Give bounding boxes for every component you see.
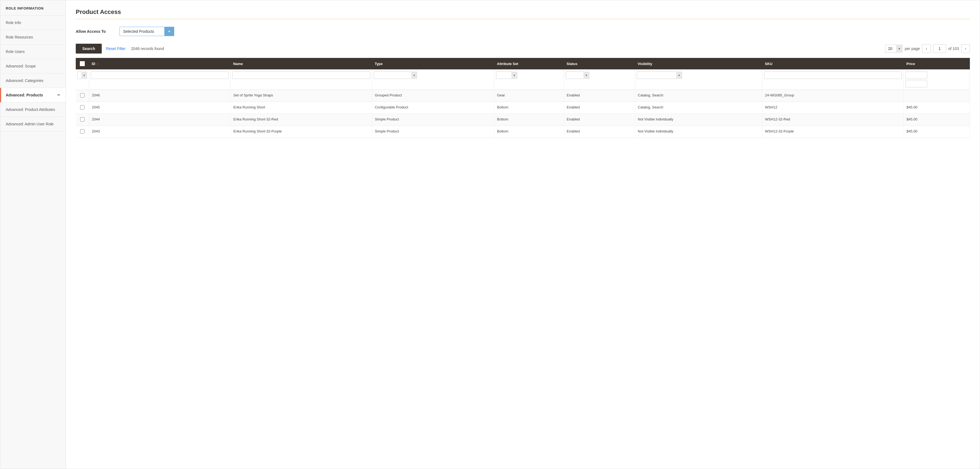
table-row: 2046 Set of Sprite Yoga Straps Grouped P… bbox=[76, 90, 970, 102]
filter-visibility-select-wrapper: Catalog, Search Not Visible Individually… bbox=[637, 71, 682, 79]
reset-filter-button[interactable]: Reset Filter bbox=[106, 46, 126, 51]
row-visibility: Catalog, Search bbox=[635, 90, 762, 102]
filter-id-input[interactable] bbox=[91, 71, 229, 79]
header-sku[interactable]: SKU bbox=[762, 58, 904, 70]
access-select[interactable]: Selected Products All Products bbox=[119, 27, 174, 36]
table-row: 2044 Erika Running Short-32-Red Simple P… bbox=[76, 114, 970, 126]
row-name: Erika Running Short-32-Purple bbox=[231, 126, 372, 138]
sidebar-item-advanced-products[interactable]: Advanced: Products ✏ bbox=[0, 88, 65, 103]
filter-type-select-wrapper: Simple Product Configurable Product Grou… bbox=[374, 71, 417, 79]
filter-status-select[interactable]: Enabled Disabled bbox=[566, 71, 590, 79]
row-checkbox[interactable] bbox=[80, 105, 84, 109]
filter-status-cell: Enabled Disabled ▼ bbox=[564, 70, 635, 90]
header-visibility[interactable]: Visibility bbox=[635, 58, 762, 70]
prev-page-button[interactable]: ‹ bbox=[922, 44, 931, 53]
select-all-checkbox[interactable] bbox=[80, 61, 85, 66]
next-page-button[interactable]: › bbox=[961, 44, 970, 53]
header-type[interactable]: Type bbox=[372, 58, 494, 70]
filter-row: Any Yes No ▼ bbox=[76, 70, 970, 90]
row-name: Set of Sprite Yoga Straps bbox=[231, 90, 372, 102]
filter-sku-input[interactable] bbox=[764, 71, 902, 79]
row-id: 2045 bbox=[89, 102, 231, 114]
header-checkbox-cell bbox=[76, 58, 89, 70]
filter-checkbox-cell: Any Yes No ▼ bbox=[76, 70, 89, 90]
filter-status-select-wrapper: Enabled Disabled ▼ bbox=[566, 71, 590, 79]
edit-icon[interactable]: ✏ bbox=[57, 93, 60, 97]
row-visibility: Catalog, Search bbox=[635, 102, 762, 114]
filter-id-cell bbox=[89, 70, 231, 90]
header-name[interactable]: Name bbox=[231, 58, 372, 70]
row-visibility: Not Visible Individually bbox=[635, 126, 762, 138]
sidebar-title: ROLE INFORMATION bbox=[0, 0, 65, 16]
access-row: Allow Access To Selected Products All Pr… bbox=[76, 27, 970, 36]
header-id[interactable]: ID ↑ bbox=[89, 58, 231, 70]
table-header-row: ID ↑ Name Type Attribute Set Status Visi… bbox=[76, 58, 970, 70]
sidebar-item-label: Role Users bbox=[6, 49, 25, 54]
page-number-input[interactable] bbox=[933, 44, 946, 53]
row-checkbox-cell bbox=[76, 126, 89, 138]
sidebar-item-advanced-categories[interactable]: Advanced: Categories bbox=[0, 73, 65, 88]
row-status: Enabled bbox=[564, 114, 635, 126]
header-attribute-set[interactable]: Attribute Set bbox=[494, 58, 564, 70]
toolbar-row: Search Reset Filter 2046 records found 2… bbox=[76, 44, 970, 54]
filter-type-cell: Simple Product Configurable Product Grou… bbox=[372, 70, 494, 90]
sidebar-item-label: Role Resources bbox=[6, 35, 33, 39]
row-type: Grouped Product bbox=[372, 90, 494, 102]
sidebar-item-role-users[interactable]: Role Users bbox=[0, 44, 65, 59]
pagination-controls: 20 50 100 ▼ per page ‹ of 103 › bbox=[885, 44, 970, 53]
row-id: 2043 bbox=[89, 126, 231, 138]
row-price: $45.00 bbox=[904, 114, 970, 126]
sidebar-item-label: Advanced: Products bbox=[6, 93, 43, 97]
sidebar-item-label: Advanced: Categories bbox=[6, 78, 43, 83]
sidebar-item-role-resources[interactable]: Role Resources bbox=[0, 30, 65, 44]
row-checkbox[interactable] bbox=[80, 93, 84, 98]
header-status[interactable]: Status bbox=[564, 58, 635, 70]
row-price bbox=[904, 90, 970, 102]
row-type: Simple Product bbox=[372, 126, 494, 138]
sidebar-item-label: Advanced: Admin User Role bbox=[6, 122, 54, 126]
per-page-select-wrapper: 20 50 100 ▼ bbox=[885, 44, 903, 53]
filter-type-select[interactable]: Simple Product Configurable Product Grou… bbox=[374, 71, 417, 79]
sidebar-item-advanced-scope[interactable]: Advanced: Scope bbox=[0, 59, 65, 73]
row-attribute-set: Gear bbox=[494, 90, 564, 102]
filter-attribute-set-select-wrapper: Gear Bottom ▼ bbox=[496, 71, 517, 79]
sidebar-item-label: Advanced: Product Attributes bbox=[6, 107, 55, 112]
row-name: Erika Running Short-32-Red bbox=[231, 114, 372, 126]
filter-name-cell bbox=[231, 70, 372, 90]
access-select-wrapper: Selected Products All Products ▼ bbox=[119, 27, 174, 36]
header-price[interactable]: Price bbox=[904, 58, 970, 70]
main-content: Product Access Allow Access To Selected … bbox=[66, 0, 980, 469]
sidebar-item-advanced-product-attributes[interactable]: Advanced: Product Attributes bbox=[0, 103, 65, 117]
filter-visibility-cell: Catalog, Search Not Visible Individually… bbox=[635, 70, 762, 90]
page-of-label: of 103 bbox=[948, 46, 959, 51]
row-attribute-set: Bottom bbox=[494, 102, 564, 114]
row-status: Enabled bbox=[564, 102, 635, 114]
search-button[interactable]: Search bbox=[76, 44, 102, 54]
per-page-label: per page bbox=[905, 46, 920, 51]
filter-price-to-input[interactable]: To bbox=[905, 80, 927, 87]
sidebar-item-label: Advanced: Scope bbox=[6, 64, 36, 68]
filter-checkbox-select-wrapper: Any Yes No ▼ bbox=[77, 71, 87, 79]
filter-attribute-set-select[interactable]: Gear Bottom bbox=[496, 71, 517, 79]
row-sku: WSH12 bbox=[762, 102, 904, 114]
row-checkbox-cell bbox=[76, 102, 89, 114]
row-status: Enabled bbox=[564, 90, 635, 102]
per-page-select[interactable]: 20 50 100 bbox=[885, 44, 903, 53]
row-attribute-set: Bottom bbox=[494, 114, 564, 126]
row-type: Configurable Product bbox=[372, 102, 494, 114]
row-type: Simple Product bbox=[372, 114, 494, 126]
filter-visibility-select[interactable]: Catalog, Search Not Visible Individually bbox=[637, 71, 682, 79]
row-visibility: Not Visible Individually bbox=[635, 114, 762, 126]
sidebar-item-role-info[interactable]: Role Info bbox=[0, 16, 65, 30]
row-id: 2044 bbox=[89, 114, 231, 126]
row-checkbox[interactable] bbox=[80, 117, 84, 122]
row-attribute-set: Bottom bbox=[494, 126, 564, 138]
row-price: $45.00 bbox=[904, 126, 970, 138]
filter-checkbox-select[interactable]: Any Yes No bbox=[77, 71, 87, 79]
row-status: Enabled bbox=[564, 126, 635, 138]
sidebar-item-advanced-admin-user-role[interactable]: Advanced: Admin User Role bbox=[0, 117, 65, 132]
row-checkbox[interactable] bbox=[80, 129, 84, 133]
filter-name-input[interactable] bbox=[232, 71, 370, 79]
product-table: ID ↑ Name Type Attribute Set Status Visi… bbox=[76, 58, 970, 138]
filter-price-from-input[interactable]: From bbox=[905, 71, 927, 79]
